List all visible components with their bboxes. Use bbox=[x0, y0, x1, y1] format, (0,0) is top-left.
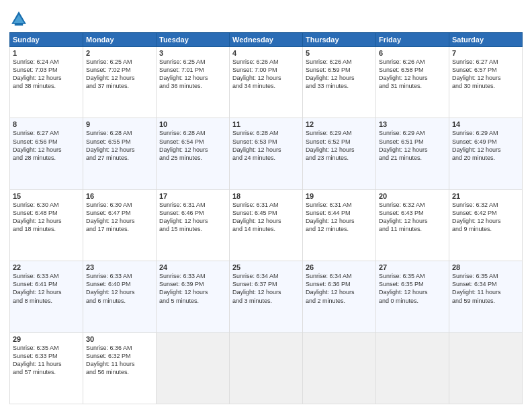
day-number: 27 bbox=[379, 263, 446, 271]
logo-icon bbox=[9, 9, 28, 28]
calendar-cell: 7Sunrise: 6:27 AM Sunset: 6:57 PM Daylig… bbox=[449, 47, 523, 118]
calendar-cell: 9Sunrise: 6:28 AM Sunset: 6:55 PM Daylig… bbox=[83, 118, 157, 189]
calendar-cell: 2Sunrise: 6:25 AM Sunset: 7:02 PM Daylig… bbox=[83, 47, 157, 118]
day-number: 13 bbox=[379, 120, 446, 128]
calendar-cell: 19Sunrise: 6:31 AM Sunset: 6:44 PM Dayli… bbox=[303, 189, 376, 261]
calendar-cell: 8Sunrise: 6:27 AM Sunset: 6:56 PM Daylig… bbox=[10, 118, 83, 189]
day-info: Sunrise: 6:35 AM Sunset: 6:35 PM Dayligh… bbox=[379, 272, 446, 305]
calendar-cell: 4Sunrise: 6:26 AM Sunset: 7:00 PM Daylig… bbox=[230, 47, 303, 118]
day-number: 4 bbox=[232, 49, 300, 57]
calendar-week-row: 8Sunrise: 6:27 AM Sunset: 6:56 PM Daylig… bbox=[10, 118, 523, 189]
day-number: 14 bbox=[452, 120, 519, 128]
day-number: 12 bbox=[306, 120, 373, 128]
weekday-header: Monday bbox=[83, 33, 157, 47]
day-info: Sunrise: 6:35 AM Sunset: 6:34 PM Dayligh… bbox=[452, 272, 519, 305]
day-number: 24 bbox=[159, 263, 226, 271]
calendar-cell bbox=[376, 332, 449, 404]
day-info: Sunrise: 6:28 AM Sunset: 6:53 PM Dayligh… bbox=[232, 129, 300, 162]
day-info: Sunrise: 6:29 AM Sunset: 6:52 PM Dayligh… bbox=[306, 129, 373, 162]
calendar-cell bbox=[449, 332, 523, 404]
page: SundayMondayTuesdayWednesdayThursdayFrid… bbox=[0, 0, 532, 411]
day-number: 2 bbox=[86, 49, 153, 57]
day-info: Sunrise: 6:33 AM Sunset: 6:41 PM Dayligh… bbox=[13, 272, 80, 305]
day-info: Sunrise: 6:27 AM Sunset: 6:57 PM Dayligh… bbox=[452, 58, 519, 91]
day-info: Sunrise: 6:32 AM Sunset: 6:43 PM Dayligh… bbox=[379, 201, 446, 234]
day-info: Sunrise: 6:31 AM Sunset: 6:46 PM Dayligh… bbox=[159, 201, 226, 234]
calendar-week-row: 15Sunrise: 6:30 AM Sunset: 6:48 PM Dayli… bbox=[10, 189, 523, 261]
day-info: Sunrise: 6:34 AM Sunset: 6:37 PM Dayligh… bbox=[232, 272, 300, 305]
day-info: Sunrise: 6:32 AM Sunset: 6:42 PM Dayligh… bbox=[452, 201, 519, 234]
day-number: 17 bbox=[159, 192, 226, 200]
day-number: 7 bbox=[452, 49, 519, 57]
day-info: Sunrise: 6:28 AM Sunset: 6:55 PM Dayligh… bbox=[86, 129, 153, 162]
day-number: 25 bbox=[232, 263, 300, 271]
calendar-cell: 16Sunrise: 6:30 AM Sunset: 6:47 PM Dayli… bbox=[83, 189, 157, 261]
day-number: 22 bbox=[13, 263, 80, 271]
day-number: 26 bbox=[306, 263, 373, 271]
day-info: Sunrise: 6:26 AM Sunset: 7:00 PM Dayligh… bbox=[232, 58, 300, 91]
day-number: 3 bbox=[159, 49, 226, 57]
day-info: Sunrise: 6:26 AM Sunset: 6:59 PM Dayligh… bbox=[306, 58, 373, 91]
logo bbox=[9, 9, 31, 28]
day-number: 23 bbox=[86, 263, 153, 271]
day-info: Sunrise: 6:31 AM Sunset: 6:45 PM Dayligh… bbox=[232, 201, 300, 234]
calendar-cell: 29Sunrise: 6:35 AM Sunset: 6:33 PM Dayli… bbox=[10, 332, 83, 404]
day-info: Sunrise: 6:31 AM Sunset: 6:44 PM Dayligh… bbox=[306, 201, 373, 234]
day-number: 9 bbox=[86, 120, 153, 128]
calendar-cell bbox=[230, 332, 303, 404]
day-number: 16 bbox=[86, 192, 153, 200]
calendar-cell: 10Sunrise: 6:28 AM Sunset: 6:54 PM Dayli… bbox=[157, 118, 230, 189]
day-number: 21 bbox=[452, 192, 519, 200]
day-number: 11 bbox=[232, 120, 300, 128]
svg-rect-2 bbox=[15, 23, 23, 26]
header bbox=[9, 7, 523, 28]
calendar-week-row: 29Sunrise: 6:35 AM Sunset: 6:33 PM Dayli… bbox=[10, 332, 523, 404]
day-info: Sunrise: 6:36 AM Sunset: 6:32 PM Dayligh… bbox=[86, 344, 153, 377]
day-number: 29 bbox=[13, 335, 80, 343]
calendar-cell: 18Sunrise: 6:31 AM Sunset: 6:45 PM Dayli… bbox=[230, 189, 303, 261]
calendar-cell: 20Sunrise: 6:32 AM Sunset: 6:43 PM Dayli… bbox=[376, 189, 449, 261]
day-info: Sunrise: 6:35 AM Sunset: 6:33 PM Dayligh… bbox=[13, 344, 80, 377]
calendar-cell: 21Sunrise: 6:32 AM Sunset: 6:42 PM Dayli… bbox=[449, 189, 523, 261]
calendar-cell: 26Sunrise: 6:34 AM Sunset: 6:36 PM Dayli… bbox=[303, 261, 376, 332]
calendar-cell: 13Sunrise: 6:29 AM Sunset: 6:51 PM Dayli… bbox=[376, 118, 449, 189]
day-number: 19 bbox=[306, 192, 373, 200]
calendar-cell: 30Sunrise: 6:36 AM Sunset: 6:32 PM Dayli… bbox=[83, 332, 157, 404]
calendar-cell: 11Sunrise: 6:28 AM Sunset: 6:53 PM Dayli… bbox=[230, 118, 303, 189]
day-number: 15 bbox=[13, 192, 80, 200]
day-info: Sunrise: 6:33 AM Sunset: 6:40 PM Dayligh… bbox=[86, 272, 153, 305]
weekday-header: Sunday bbox=[10, 33, 83, 47]
calendar-week-row: 22Sunrise: 6:33 AM Sunset: 6:41 PM Dayli… bbox=[10, 261, 523, 332]
calendar-table: SundayMondayTuesdayWednesdayThursdayFrid… bbox=[9, 32, 523, 404]
calendar-body: 1Sunrise: 6:24 AM Sunset: 7:03 PM Daylig… bbox=[10, 47, 523, 404]
day-info: Sunrise: 6:33 AM Sunset: 6:39 PM Dayligh… bbox=[159, 272, 226, 305]
calendar-cell: 3Sunrise: 6:25 AM Sunset: 7:01 PM Daylig… bbox=[157, 47, 230, 118]
day-info: Sunrise: 6:29 AM Sunset: 6:49 PM Dayligh… bbox=[452, 129, 519, 162]
weekday-header: Friday bbox=[376, 33, 449, 47]
calendar-cell: 27Sunrise: 6:35 AM Sunset: 6:35 PM Dayli… bbox=[376, 261, 449, 332]
day-number: 20 bbox=[379, 192, 446, 200]
day-number: 10 bbox=[159, 120, 226, 128]
calendar-cell: 1Sunrise: 6:24 AM Sunset: 7:03 PM Daylig… bbox=[10, 47, 83, 118]
calendar-cell: 25Sunrise: 6:34 AM Sunset: 6:37 PM Dayli… bbox=[230, 261, 303, 332]
calendar-cell: 5Sunrise: 6:26 AM Sunset: 6:59 PM Daylig… bbox=[303, 47, 376, 118]
day-info: Sunrise: 6:25 AM Sunset: 7:01 PM Dayligh… bbox=[159, 58, 226, 91]
day-info: Sunrise: 6:24 AM Sunset: 7:03 PM Dayligh… bbox=[13, 58, 80, 91]
calendar-cell: 23Sunrise: 6:33 AM Sunset: 6:40 PM Dayli… bbox=[83, 261, 157, 332]
day-number: 28 bbox=[452, 263, 519, 271]
weekday-header: Saturday bbox=[449, 33, 523, 47]
calendar-cell: 24Sunrise: 6:33 AM Sunset: 6:39 PM Dayli… bbox=[157, 261, 230, 332]
calendar-cell: 22Sunrise: 6:33 AM Sunset: 6:41 PM Dayli… bbox=[10, 261, 83, 332]
day-number: 5 bbox=[306, 49, 373, 57]
calendar-cell bbox=[157, 332, 230, 404]
day-number: 18 bbox=[232, 192, 300, 200]
day-info: Sunrise: 6:28 AM Sunset: 6:54 PM Dayligh… bbox=[159, 129, 226, 162]
day-number: 30 bbox=[86, 335, 153, 343]
weekday-header-row: SundayMondayTuesdayWednesdayThursdayFrid… bbox=[10, 33, 523, 47]
day-info: Sunrise: 6:30 AM Sunset: 6:47 PM Dayligh… bbox=[86, 201, 153, 234]
day-info: Sunrise: 6:25 AM Sunset: 7:02 PM Dayligh… bbox=[86, 58, 153, 91]
day-info: Sunrise: 6:30 AM Sunset: 6:48 PM Dayligh… bbox=[13, 201, 80, 234]
day-number: 8 bbox=[13, 120, 80, 128]
day-info: Sunrise: 6:26 AM Sunset: 6:58 PM Dayligh… bbox=[379, 58, 446, 91]
calendar-cell: 14Sunrise: 6:29 AM Sunset: 6:49 PM Dayli… bbox=[449, 118, 523, 189]
